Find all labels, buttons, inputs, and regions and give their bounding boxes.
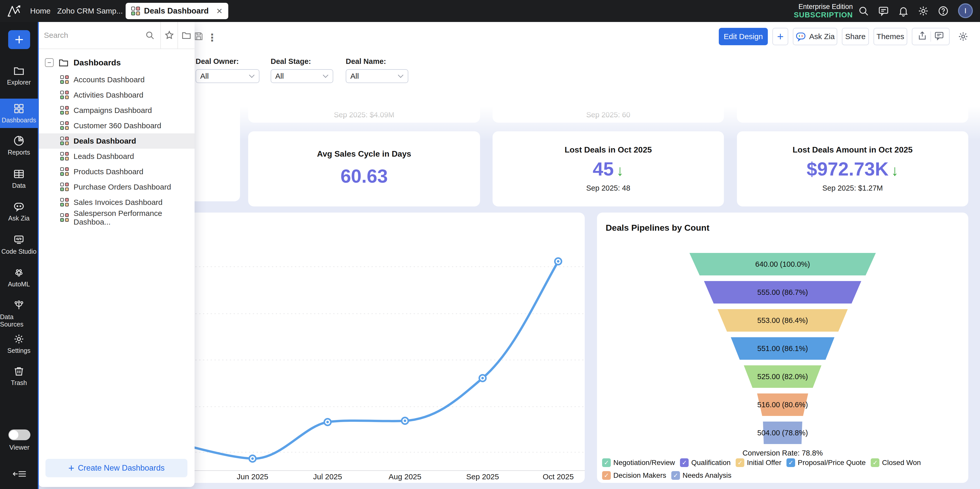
funnel-segment[interactable]: 525.00 (82.0%) <box>597 365 968 388</box>
tab-deals-dashboard[interactable]: Deals Dashboard ✕ <box>126 3 228 19</box>
legend-item[interactable]: ✓ Closed Won <box>871 458 921 467</box>
dashboard-icon <box>60 167 69 176</box>
zoho-analytics-logo-icon[interactable] <box>6 0 22 22</box>
legend-checkbox-icon[interactable]: ✓ <box>671 471 680 480</box>
sidebar-item-explorer[interactable]: Explorer <box>0 65 38 86</box>
help-icon[interactable] <box>938 5 949 17</box>
dashboard-settings-icon[interactable] <box>954 28 972 45</box>
legend-item[interactable]: ✓ Negotiation/Review <box>602 458 675 467</box>
create-new-dashboards-button[interactable]: + Create New Dashboards <box>45 459 188 477</box>
pie-chart-icon <box>13 135 25 147</box>
legend-item[interactable]: ✓ Needs Analysis <box>671 471 731 480</box>
plus-icon <box>14 34 25 45</box>
favorites-star-icon[interactable] <box>161 22 177 49</box>
button-label: Create New Dashboards <box>78 464 164 473</box>
sidebar-item-ask-zia[interactable]: Ask Zia <box>0 201 38 222</box>
add-widget-button[interactable]: + <box>772 28 788 45</box>
collapse-minus-icon[interactable]: − <box>45 58 54 67</box>
data-sources-icon <box>13 299 25 311</box>
filter-deal-name: Deal Name: All <box>346 57 408 83</box>
svg-text:Sep 2025: Sep 2025 <box>466 472 499 481</box>
filter-deal-stage: Deal Stage: All <box>270 57 333 83</box>
sidebar-item-automl[interactable]: AutoML <box>0 267 38 288</box>
more-options-kebab-icon[interactable]: ⋮ <box>207 32 217 43</box>
legend-item[interactable]: ✓ Proposal/Price Quote <box>786 458 865 467</box>
dashboard-list-item[interactable]: Activities Dashboard <box>38 88 194 103</box>
legend-item[interactable]: ✓ Qualification <box>680 458 730 467</box>
funnel-segment[interactable]: 516.00 (80.6%) <box>597 393 968 416</box>
dashboard-name: Deals Dashboard <box>73 137 136 145</box>
dashboard-name: Purchase Orders Dashboard <box>73 183 171 191</box>
funnel-segment[interactable]: 553.00 (86.4%) <box>597 309 968 331</box>
dashboard-icon <box>60 213 69 222</box>
kpi-card-avg-deal[interactable]: $36.91K <box>737 56 968 123</box>
legend-checkbox-icon[interactable]: ✓ <box>602 458 611 467</box>
export-icon[interactable] <box>917 31 928 43</box>
legend-checkbox-icon[interactable]: ✓ <box>602 471 611 480</box>
deal-name-select[interactable]: All <box>346 69 408 83</box>
sidebar-item-reports[interactable]: Reports <box>0 135 38 156</box>
dashboard-list-item[interactable]: Purchase Orders Dashboard <box>38 179 194 195</box>
search-icon <box>145 30 155 40</box>
collapse-sidebar-icon[interactable] <box>13 470 26 478</box>
kpi-value: $972.73K↓ <box>737 158 968 180</box>
funnel-segment[interactable]: 555.00 (86.7%) <box>597 281 968 304</box>
user-avatar[interactable]: I <box>958 3 973 18</box>
dashboard-icon <box>131 6 140 15</box>
tab-close-icon[interactable]: ✕ <box>216 6 223 16</box>
legend-checkbox-icon[interactable]: ✓ <box>680 458 689 467</box>
viewer-toggle[interactable] <box>8 430 30 440</box>
dashboard-list-item[interactable]: Leads Dashboard <box>38 149 194 164</box>
sidebar-item-label: Data <box>12 182 26 189</box>
legend-item[interactable]: ✓ Decision Makers <box>602 471 666 480</box>
kpi-card-deals-count[interactable]: 66↑ Sep 2025: 60 <box>493 56 724 123</box>
sidebar-create-button[interactable] <box>8 30 30 49</box>
legend-checkbox-icon[interactable]: ✓ <box>786 458 795 467</box>
folder-dashboards[interactable]: − Dashboards <box>45 57 121 68</box>
sidebar-item-dashboards[interactable]: Dashboards <box>0 99 38 128</box>
funnel-segment[interactable]: 504.00 (78.8%) <box>597 422 968 444</box>
funnel-chart-card[interactable]: Deals Pipelines by Count 640.00 (100.0%)… <box>597 213 968 483</box>
search-box[interactable] <box>38 22 161 49</box>
sidebar-item-settings[interactable]: Settings <box>0 333 38 354</box>
share-button[interactable]: Share <box>842 28 869 45</box>
sidebar-item-label: Ask Zia <box>8 215 29 222</box>
deal-stage-select[interactable]: All <box>270 69 333 83</box>
kpi-card-avg-sales-cycle[interactable]: Avg Sales Cycle in Days 60.63 <box>248 131 480 206</box>
sidebar-item-code-studio[interactable]: Code Studio <box>0 234 38 255</box>
legend-checkbox-icon[interactable]: ✓ <box>871 458 880 467</box>
dashboard-list-item[interactable]: Campaigns Dashboard <box>38 103 194 118</box>
ask-zia-button[interactable]: Ask Zia <box>793 28 837 45</box>
comments-icon[interactable] <box>934 31 944 43</box>
save-icon[interactable] <box>194 31 204 42</box>
funnel-segment[interactable]: 640.00 (100.0%) <box>597 253 968 276</box>
dashboard-list-item[interactable]: Salesperson Performance Dashboa... <box>38 210 194 225</box>
sidebar-item-data-sources[interactable]: Data Sources <box>0 299 38 328</box>
kpi-card-lost-deals-amount[interactable]: Lost Deals Amount in Oct 2025 $972.73K↓ … <box>737 131 968 206</box>
deal-owner-select[interactable]: All <box>196 69 259 83</box>
dashboard-list-item[interactable]: Accounts Dashboard <box>38 72 194 88</box>
folder-view-icon[interactable] <box>177 22 194 49</box>
search-input[interactable] <box>44 31 143 40</box>
settings-gear-icon[interactable] <box>918 5 929 17</box>
sidebar-item-label: Settings <box>7 347 30 354</box>
feedback-icon[interactable] <box>878 5 889 17</box>
kpi-card-lost-deals[interactable]: Lost Deals in Oct 2025 45↓ Sep 2025: 48 <box>493 131 724 206</box>
trend-down-icon: ↓ <box>616 162 624 178</box>
dashboard-list-item[interactable]: Products Dashboard <box>38 164 194 179</box>
notifications-bell-icon[interactable] <box>898 5 909 17</box>
funnel-segment[interactable]: 551.00 (86.1%) <box>597 337 968 360</box>
edit-design-button[interactable]: Edit Design <box>719 28 768 45</box>
divider <box>931 32 931 41</box>
dashboard-list-item[interactable]: Sales Invoices Dashboard <box>38 195 194 210</box>
dashboard-list-item[interactable]: Customer 360 Dashboard <box>38 118 194 133</box>
search-icon[interactable] <box>858 5 869 17</box>
sidebar-item-data[interactable]: Data <box>0 168 38 189</box>
themes-button[interactable]: Themes <box>873 28 907 45</box>
home-link[interactable]: Home <box>30 0 51 22</box>
workspace-switcher[interactable]: Zoho CRM Samp... <box>57 0 132 22</box>
legend-checkbox-icon[interactable]: ✓ <box>736 458 744 467</box>
sidebar-item-trash[interactable]: Trash <box>0 365 38 387</box>
dashboard-list-item[interactable]: Deals Dashboard <box>38 133 194 149</box>
legend-item[interactable]: ✓ Initial Offer <box>736 458 781 467</box>
